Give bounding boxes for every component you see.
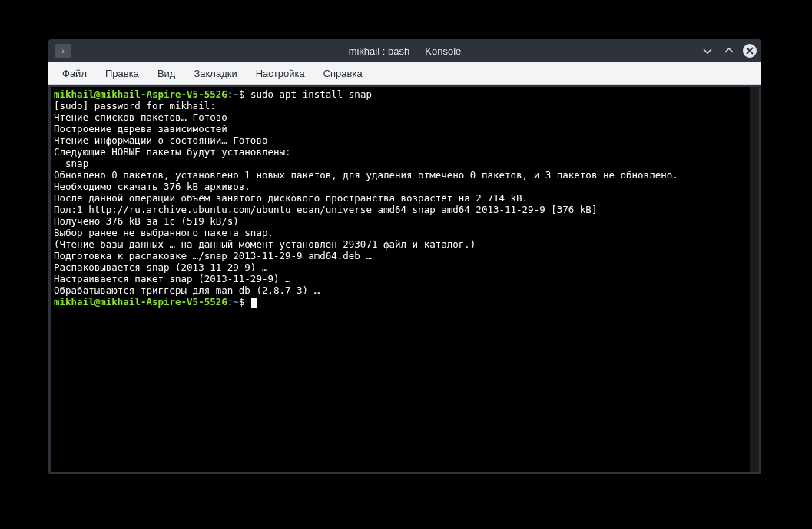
terminal-line: Построение дерева зависимостей [54,123,267,135]
terminal-line: После данной операции объём занятого дис… [54,192,528,204]
terminal-line: Выбор ранее не выбранного пакета snap. [54,227,273,238]
cursor-icon [251,298,257,308]
prompt-user: mikhail@mikhail-Aspire-V5-552G [54,88,227,100]
terminal-line: Чтение информации о состоянии… Готово [54,135,267,146]
terminal-viewport[interactable]: mikhail@mikhail-Aspire-V5-552G:~$ sudo a… [51,87,759,472]
terminal-line: Необходимо скачать 376 kB архивов. [54,181,250,192]
konsole-window: › mikhail : bash — Konsole Файл Правка В… [48,39,761,474]
terminal-line: Обрабатываются триггеры для man-db (2.8.… [54,284,320,296]
terminal-line: Следующие НОВЫЕ пакеты будут установлены… [54,146,291,158]
prompt-end: $ [239,88,250,100]
terminal-line: Обновлено 0 пакетов, установлено 1 новых… [54,169,678,181]
app-menu-icon[interactable]: › [55,44,71,58]
terminal-line: Подготовка к распаковке …/snap_2013-11-2… [54,250,372,261]
menu-edit[interactable]: Правка [96,65,148,82]
window-title: mikhail : bash — Konsole [48,45,761,57]
terminal-line: Распаковывается snap (2013-11-29-9) … [54,261,267,273]
terminal-line: snap [54,158,88,169]
terminal-line: Пол:1 http://ru.archive.ubuntu.com/ubunt… [54,204,597,215]
prompt-user: mikhail@mikhail-Aspire-V5-552G [54,296,227,308]
menu-view[interactable]: Вид [148,65,185,82]
minimize-button[interactable] [700,43,715,58]
prompt-path: ~ [233,296,239,308]
menu-bookmarks[interactable]: Закладки [184,65,246,82]
terminal-line: (Чтение базы данных … на данный момент у… [54,238,476,250]
terminal-line: Чтение списков пакетов… Готово [54,111,227,123]
menu-help[interactable]: Справка [314,65,372,82]
close-button[interactable] [743,44,757,58]
window-controls [700,39,757,62]
prompt-end: $ [239,296,250,308]
titlebar[interactable]: › mikhail : bash — Konsole [48,39,761,62]
scrollbar[interactable] [750,87,759,472]
terminal-line: [sudo] password for mikhail: [54,100,221,111]
menubar: Файл Правка Вид Закладки Настройка Справ… [48,62,761,85]
prompt-path: ~ [233,88,239,100]
command-text: sudo apt install snap [250,88,372,100]
chevron-right-icon: › [61,46,65,55]
terminal-line: Получено 376 kB за 1с (519 kB/s) [54,215,239,227]
terminal-line: Настраивается пакет snap (2013-11-29-9) … [54,273,291,284]
maximize-button[interactable] [721,43,737,58]
menu-settings[interactable]: Настройка [247,65,314,82]
menu-file[interactable]: Файл [53,65,96,82]
